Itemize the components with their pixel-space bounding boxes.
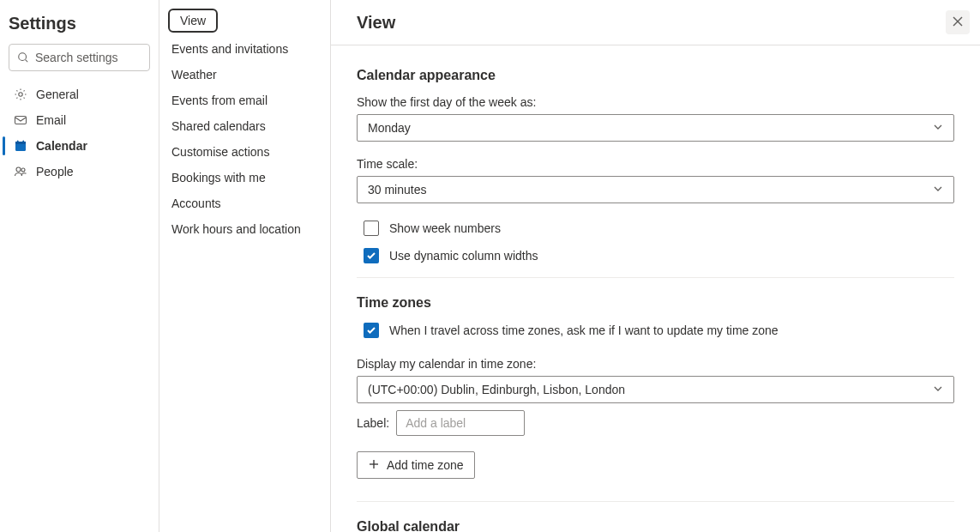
settings-detail-panel: View Calendar appearance Show the first … xyxy=(331,0,980,532)
display-tz-value: (UTC+00:00) Dublin, Edinburgh, Lisbon, L… xyxy=(368,383,625,396)
svg-rect-5 xyxy=(15,142,26,144)
nav-label: General xyxy=(36,88,79,101)
section-heading-global: Global calendar xyxy=(357,519,954,532)
nav-item-calendar[interactable]: Calendar xyxy=(0,133,159,159)
search-box[interactable] xyxy=(9,44,150,71)
svg-rect-6 xyxy=(17,141,19,143)
svg-point-0 xyxy=(19,53,27,61)
dynamic-widths-checkbox[interactable] xyxy=(364,248,379,263)
subnav-item-work-hours[interactable]: Work hours and location xyxy=(159,216,330,242)
time-scale-label: Time scale: xyxy=(357,157,954,171)
svg-point-2 xyxy=(19,93,22,96)
svg-rect-7 xyxy=(23,141,25,143)
tz-label-text: Label: xyxy=(357,416,389,430)
time-scale-value: 30 minutes xyxy=(368,183,426,196)
svg-point-8 xyxy=(16,167,21,172)
dynamic-widths-label: Use dynamic column widths xyxy=(389,249,538,263)
chevron-down-icon xyxy=(933,383,943,396)
mail-icon xyxy=(14,113,27,127)
display-tz-select[interactable]: (UTC+00:00) Dublin, Edinburgh, Lisbon, L… xyxy=(357,376,954,403)
settings-subnav-panel: View Events and invitations Weather Even… xyxy=(159,0,331,532)
nav-item-people[interactable]: People xyxy=(0,159,159,184)
page-title: View xyxy=(357,13,395,33)
first-day-select[interactable]: Monday xyxy=(357,114,954,142)
nav-label: Calendar xyxy=(36,139,87,153)
chevron-down-icon xyxy=(933,121,943,135)
gear-icon xyxy=(14,88,27,101)
subnav-item-bookings[interactable]: Bookings with me xyxy=(159,165,330,190)
settings-nav-panel: Settings General Email Ca xyxy=(0,0,159,532)
subnav-item-shared-calendars[interactable]: Shared calendars xyxy=(159,113,330,139)
plus-icon xyxy=(368,458,380,473)
nav-item-email[interactable]: Email xyxy=(0,107,159,133)
settings-scroll-area[interactable]: Calendar appearance Show the first day o… xyxy=(331,45,980,532)
section-heading-appearance: Calendar appearance xyxy=(357,68,954,83)
subnav-item-weather[interactable]: Weather xyxy=(159,62,330,88)
subnav-item-customise-actions[interactable]: Customise actions xyxy=(159,139,330,165)
time-scale-select[interactable]: 30 minutes xyxy=(357,176,954,203)
add-timezone-label: Add time zone xyxy=(387,458,464,472)
nav-label: People xyxy=(36,165,74,178)
search-icon xyxy=(16,51,30,63)
week-numbers-label: Show week numbers xyxy=(389,221,501,235)
close-icon xyxy=(952,15,964,30)
nav-label: Email xyxy=(36,113,66,127)
subnav-item-events-from-email[interactable]: Events from email xyxy=(159,88,330,113)
people-icon xyxy=(14,165,27,178)
display-tz-label: Display my calendar in time zone: xyxy=(357,357,954,371)
add-timezone-button[interactable]: Add time zone xyxy=(357,451,475,479)
first-day-label: Show the first day of the week as: xyxy=(357,95,954,109)
chevron-down-icon xyxy=(933,183,943,196)
svg-rect-3 xyxy=(15,117,27,124)
calendar-icon xyxy=(14,139,27,153)
subnav-item-accounts[interactable]: Accounts xyxy=(159,190,330,216)
tz-label-input[interactable] xyxy=(396,410,525,436)
svg-line-1 xyxy=(26,60,28,63)
subnav-item-events-invitations[interactable]: Events and invitations xyxy=(159,36,330,62)
travel-tz-label: When I travel across time zones, ask me … xyxy=(389,323,779,337)
section-heading-timezones: Time zones xyxy=(357,295,954,311)
travel-tz-checkbox[interactable] xyxy=(364,323,379,338)
section-divider xyxy=(357,277,954,278)
close-button[interactable] xyxy=(946,10,970,34)
svg-point-9 xyxy=(21,168,25,172)
section-divider xyxy=(357,501,954,502)
settings-title: Settings xyxy=(0,9,159,44)
nav-item-general[interactable]: General xyxy=(0,82,159,107)
week-numbers-checkbox[interactable] xyxy=(364,221,379,236)
first-day-value: Monday xyxy=(368,121,411,135)
subnav-item-view[interactable]: View xyxy=(168,9,218,33)
